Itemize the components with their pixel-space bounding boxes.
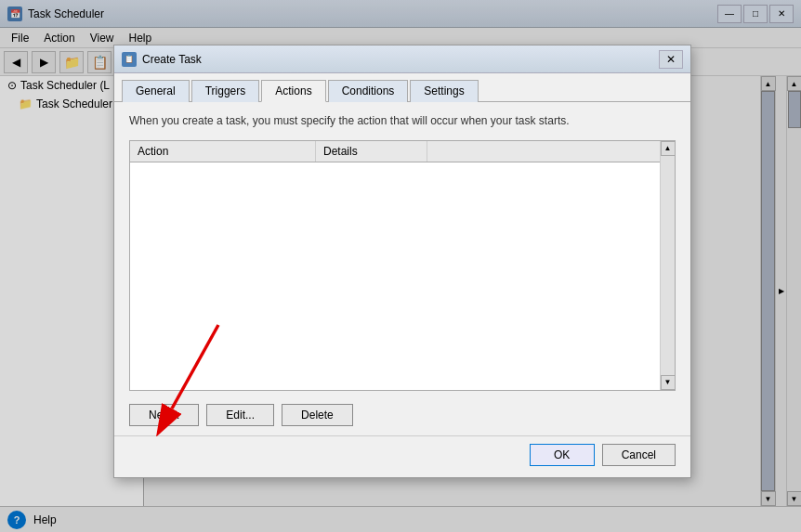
table-body <box>130 162 675 387</box>
edit-button[interactable]: Edit... <box>206 404 274 426</box>
table-scroll-up[interactable]: ▲ <box>661 141 676 156</box>
tab-conditions[interactable]: Conditions <box>328 80 409 102</box>
dialog-title: Create Task <box>142 53 659 66</box>
create-task-dialog: 📋 Create Task ✕ General Triggers Actions… <box>113 45 691 478</box>
action-buttons-row: New... Edit... Delete <box>114 395 690 435</box>
table-scrollbar: ▲ ▼ <box>660 141 675 390</box>
tab-bar: General Triggers Actions Conditions Sett… <box>114 73 690 102</box>
dialog-close-button[interactable]: ✕ <box>659 50 683 69</box>
action-table: Action Details ▲ ▼ <box>129 140 676 391</box>
table-scroll-down[interactable]: ▼ <box>661 375 676 390</box>
dialog-footer: OK Cancel <box>114 435 690 477</box>
tab-actions[interactable]: Actions <box>261 80 325 102</box>
table-header: Action Details <box>130 141 675 162</box>
col-action: Action <box>130 141 316 162</box>
col-spacer <box>427 141 442 162</box>
col-details: Details <box>316 141 427 162</box>
dialog-titlebar: 📋 Create Task ✕ <box>114 45 690 73</box>
new-button[interactable]: New... <box>129 404 199 426</box>
table-scroll-track <box>661 156 675 375</box>
info-text: When you create a task, you must specify… <box>114 102 690 136</box>
cancel-button[interactable]: Cancel <box>602 444 676 466</box>
tab-settings[interactable]: Settings <box>410 80 478 102</box>
delete-button[interactable]: Delete <box>282 404 353 426</box>
dialog-content: General Triggers Actions Conditions Sett… <box>114 73 690 477</box>
tab-triggers[interactable]: Triggers <box>191 80 260 102</box>
dialog-icon: 📋 <box>122 52 137 67</box>
tab-general[interactable]: General <box>122 80 190 102</box>
ok-button[interactable]: OK <box>530 444 595 466</box>
